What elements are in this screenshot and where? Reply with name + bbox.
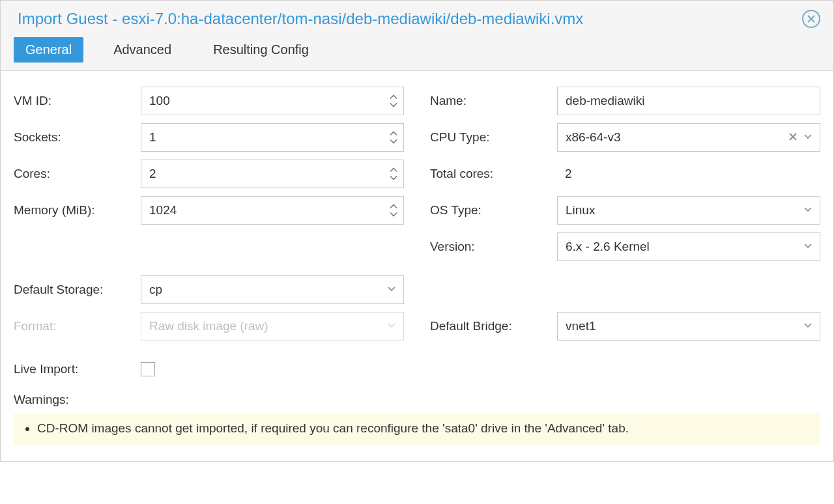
ostype-value: Linux	[566, 203, 595, 217]
default-bridge-value: vnet1	[566, 319, 596, 333]
right-column: Name: deb-mediawiki CPU Type: x86-64-v3	[430, 83, 820, 387]
format-label: Format:	[14, 319, 141, 333]
tab-resulting-config[interactable]: Resulting Config	[201, 37, 321, 63]
cputype-select[interactable]: x86-64-v3	[557, 123, 820, 152]
memory-stepper[interactable]	[389, 204, 398, 217]
cores-value: 2	[149, 167, 156, 181]
chevron-down-icon	[803, 204, 813, 214]
vmid-value: 100	[149, 94, 170, 108]
live-import-checkbox[interactable]	[141, 362, 155, 376]
dialog-header: Import Guest - esxi-7.0:ha-datacenter/to…	[1, 1, 833, 35]
default-storage-label: Default Storage:	[14, 283, 141, 297]
memory-spinner[interactable]: 1024	[141, 196, 404, 225]
general-panel: VM ID: 100 Sockets:	[1, 70, 833, 461]
cputype-clear-button[interactable]	[788, 130, 798, 145]
tab-bar: General Advanced Resulting Config	[1, 35, 833, 70]
version-label: Version:	[430, 240, 557, 254]
default-bridge-select[interactable]: vnet1	[557, 312, 820, 341]
sockets-stepper[interactable]	[389, 131, 398, 145]
chevron-up-icon	[389, 167, 398, 174]
chevron-down-icon	[389, 211, 398, 217]
version-value: 6.x - 2.6 Kernel	[566, 240, 650, 254]
vmid-spinner[interactable]: 100	[141, 87, 404, 115]
chevron-up-icon	[389, 131, 398, 137]
tab-general[interactable]: General	[14, 37, 83, 63]
vmid-label: VM ID:	[14, 94, 141, 108]
chevron-up-icon	[389, 94, 398, 101]
memory-value: 1024	[149, 203, 177, 217]
totalcores-value: 2	[557, 160, 820, 188]
name-label: Name:	[430, 94, 557, 108]
chevron-up-icon	[389, 204, 398, 210]
chevron-down-icon	[389, 102, 398, 108]
close-icon	[807, 14, 816, 23]
default-storage-select[interactable]: cp	[141, 275, 404, 304]
ostype-select[interactable]: Linux	[557, 196, 820, 225]
live-import-label: Live Import:	[14, 362, 141, 376]
import-guest-dialog: Import Guest - esxi-7.0:ha-datacenter/to…	[0, 0, 834, 462]
format-value: Raw disk image (raw)	[149, 319, 268, 333]
chevron-down-icon	[386, 283, 397, 294]
totalcores-label: Total cores:	[430, 167, 557, 181]
close-button[interactable]	[802, 10, 820, 28]
close-icon	[788, 132, 798, 141]
sockets-label: Sockets:	[14, 130, 141, 145]
chevron-down-icon	[803, 320, 813, 330]
warning-item: CD-ROM images cannot get imported, if re…	[37, 420, 811, 438]
chevron-down-icon	[803, 240, 813, 251]
name-field[interactable]: deb-mediawiki	[557, 87, 820, 115]
dialog-title: Import Guest - esxi-7.0:ha-datacenter/to…	[18, 10, 583, 28]
cores-label: Cores:	[14, 167, 141, 181]
default-bridge-label: Default Bridge:	[430, 319, 557, 333]
ostype-label: OS Type:	[430, 203, 557, 217]
sockets-spinner[interactable]: 1	[141, 123, 404, 152]
left-column: VM ID: 100 Sockets:	[14, 83, 404, 387]
chevron-down-icon	[803, 131, 813, 141]
chevron-down-icon	[389, 138, 398, 145]
cores-spinner[interactable]: 2	[141, 160, 404, 188]
chevron-down-icon	[386, 320, 397, 330]
chevron-down-icon	[389, 175, 398, 181]
format-select: Raw disk image (raw)	[141, 312, 404, 341]
sockets-value: 1	[149, 130, 156, 145]
cputype-value: x86-64-v3	[566, 130, 621, 145]
warning-list: CD-ROM images cannot get imported, if re…	[14, 413, 820, 445]
memory-label: Memory (MiB):	[14, 203, 141, 217]
tab-advanced[interactable]: Advanced	[102, 37, 183, 63]
default-storage-value: cp	[149, 283, 162, 297]
version-select[interactable]: 6.x - 2.6 Kernel	[557, 232, 820, 261]
vmid-stepper[interactable]	[389, 94, 398, 108]
cputype-label: CPU Type:	[430, 130, 557, 145]
name-value: deb-mediawiki	[566, 94, 644, 108]
warnings-label: Warnings:	[14, 393, 820, 407]
warnings-block: Warnings: CD-ROM images cannot get impor…	[14, 393, 820, 445]
cores-stepper[interactable]	[389, 167, 398, 181]
